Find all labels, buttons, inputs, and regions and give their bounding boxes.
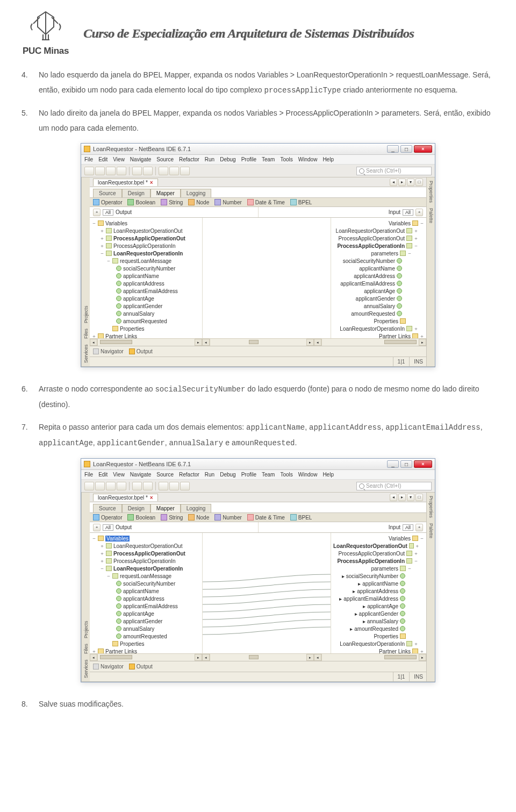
step-4-number: 4. — [22, 67, 33, 98]
tab-design[interactable]: Design — [122, 189, 150, 197]
minimize-button[interactable]: _ — [387, 145, 399, 153]
step-8-number: 8. — [22, 696, 33, 711]
step-6: 6. Arraste o nodo correspondente ao soci… — [22, 381, 494, 412]
window-titlebar: LoanRequestor - NetBeans IDE 6.7.1 _ □ × — [81, 144, 435, 155]
maximize-button[interactable]: □ — [400, 145, 412, 153]
window-title: LoanRequestor - NetBeans IDE 6.7.1 — [93, 146, 191, 152]
tool-operator[interactable]: Operator — [93, 199, 122, 205]
close-button[interactable]: × — [414, 145, 432, 153]
menubar: File Edit View Navigate Source Refactor … — [81, 155, 435, 165]
nav-down-icon[interactable]: ▾ — [407, 179, 414, 186]
statusbar: 1|1 INS — [90, 357, 426, 366]
mapper-tooltabs: Operator Boolean String Node Number Date… — [90, 198, 426, 207]
menu-debug[interactable]: Debug — [220, 156, 235, 162]
palette-tab[interactable]: Palette — [428, 208, 434, 223]
tool-string[interactable]: String — [161, 199, 183, 205]
navigator-tab[interactable]: Navigator — [93, 348, 124, 354]
toolbar: Search (Ctrl+I) — [81, 165, 435, 177]
left-filter-dd[interactable]: All — [103, 209, 113, 216]
menu-navigate[interactable]: Navigate — [130, 156, 151, 162]
step-7-number: 7. — [22, 419, 33, 451]
menu-refactor[interactable]: Refactor — [179, 156, 199, 162]
open-icon[interactable] — [106, 167, 116, 175]
services-tab[interactable]: Services — [83, 344, 89, 363]
menu-source[interactable]: Source — [156, 156, 174, 162]
redo-icon[interactable] — [143, 167, 153, 175]
mapping-lines — [203, 533, 331, 653]
doc-header: PUC Minas Curso de Especialização em Arq… — [22, 11, 494, 56]
step-7: 7. Repita o passo anterior para cada um … — [22, 419, 494, 451]
ide-screenshot-2: LoanRequestor - NetBeans IDE 6.7.1 _ □ ×… — [81, 458, 435, 682]
menu-view[interactable]: View — [113, 156, 125, 162]
app-icon — [84, 146, 90, 152]
step-8-text: Salve suas modificações. — [39, 696, 494, 711]
close-button[interactable]: × — [414, 460, 432, 468]
right-filter-dd[interactable]: All — [403, 209, 413, 216]
save-all-icon[interactable] — [117, 167, 126, 175]
properties-tab[interactable]: Properties — [428, 181, 434, 203]
left-col-header: + All Output — [90, 207, 257, 217]
left-rail: Services Files Projects — [81, 177, 90, 366]
run-icon[interactable] — [159, 167, 168, 175]
nav-max-icon[interactable]: □ — [415, 179, 423, 186]
output-tab[interactable]: Output — [129, 348, 153, 354]
search-input[interactable]: Search (Ctrl+I) — [356, 167, 432, 175]
tab-source[interactable]: Source — [93, 189, 122, 197]
course-title: Curso de Especialização em Arquitetura d… — [83, 26, 414, 41]
menu-file[interactable]: File — [84, 156, 93, 162]
menu-run[interactable]: Run — [205, 156, 214, 162]
new-file-icon[interactable] — [84, 167, 94, 175]
tab-logging[interactable]: Logging — [181, 189, 212, 197]
menu-tools[interactable]: Tools — [280, 156, 292, 162]
search-icon — [359, 168, 364, 174]
view-tabs: Source Design Mapper Logging — [90, 187, 426, 198]
tool-node[interactable]: Node — [188, 199, 209, 205]
tool-datetime[interactable]: Date & Time — [247, 199, 285, 205]
menu-help[interactable]: Help — [322, 156, 334, 162]
profile-icon[interactable] — [180, 167, 190, 175]
step-7-text: Repita o passo anterior para cada um dos… — [39, 419, 494, 451]
undo-icon[interactable] — [132, 167, 142, 175]
new-project-icon[interactable] — [95, 167, 105, 175]
debug-icon[interactable] — [169, 167, 179, 175]
step-6-number: 6. — [22, 381, 33, 412]
source-tree[interactable]: −Variables +LoanRequestorOperationOut +P… — [90, 218, 203, 338]
minimize-button[interactable]: _ — [387, 460, 399, 468]
mapper-area: −Variables +LoanRequestorOperationOut +P… — [90, 218, 426, 338]
tab-mapper[interactable]: Mapper — [150, 189, 181, 197]
tree-expand-icon[interactable]: + — [93, 209, 101, 216]
menu-edit[interactable]: Edit — [98, 156, 108, 162]
ide-screenshot-1: LoanRequestor - NetBeans IDE 6.7.1 _ □ ×… — [81, 143, 435, 367]
tool-number[interactable]: Number — [214, 199, 242, 205]
right-col-header: Input All + — [258, 207, 426, 217]
step-4: 4. No lado esquerdo da janela do BPEL Ma… — [22, 67, 494, 98]
brand-text: PUC Minas — [23, 46, 69, 56]
step-5-number: 5. — [22, 105, 33, 136]
brand-logo: PUC Minas — [22, 11, 70, 56]
target-tree[interactable]: Variables− LoanRequestorOperationOut+ Pr… — [331, 533, 426, 653]
right-rail: Properties Palette — [426, 177, 435, 366]
files-tab[interactable]: Files — [83, 329, 89, 339]
menu-window[interactable]: Window — [298, 156, 318, 162]
close-file-icon[interactable]: × — [150, 180, 153, 186]
step-8: 8. Salve suas modificações. — [22, 696, 494, 711]
source-tree[interactable]: −Variables +LoanRequestorOperationOut +P… — [90, 533, 203, 653]
editor-file-tab[interactable]: loanRequestor.bpel * × — [93, 179, 158, 186]
mapper-scrollbars[interactable]: ◂ ▸ ◂ ▸ ◂ ▸ — [90, 338, 426, 346]
step-6-text: Arraste o nodo correspondente ao socialS… — [39, 381, 494, 412]
tree-expand-icon[interactable]: + — [415, 209, 423, 216]
menu-profile[interactable]: Profile — [241, 156, 256, 162]
nav-left-icon[interactable]: ◂ — [390, 179, 397, 186]
projects-tab[interactable]: Projects — [83, 306, 89, 324]
maximize-button[interactable]: □ — [400, 460, 412, 468]
tool-boolean[interactable]: Boolean — [127, 199, 155, 205]
nav-right-icon[interactable]: ▸ — [398, 179, 406, 186]
step-4-text: No lado esquerdo da janela do BPEL Mappe… — [39, 67, 494, 98]
target-tree[interactable]: Variables− LoanRequestorOperationOut+ Pr… — [331, 218, 426, 338]
app-icon — [84, 461, 90, 467]
step-5-text: No lado direito da janela do BPEL Mapper… — [39, 105, 494, 136]
tool-bpel[interactable]: BPEL — [290, 199, 312, 205]
step-5: 5. No lado direito da janela do BPEL Map… — [22, 105, 494, 136]
menu-team[interactable]: Team — [262, 156, 275, 162]
